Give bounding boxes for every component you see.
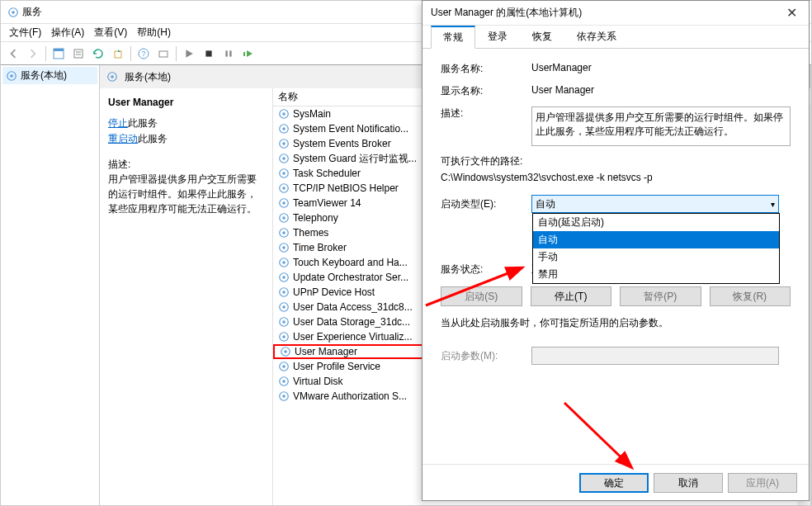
menu-help[interactable]: 帮助(H) (132, 24, 176, 41)
label-description: 描述: (441, 106, 531, 146)
start-button[interactable]: 启动(S) (441, 286, 522, 306)
svg-rect-7 (115, 51, 121, 58)
tab-logon[interactable]: 登录 (475, 26, 520, 48)
service-name: TCP/IP NetBIOS Helper (293, 182, 399, 194)
svg-point-20 (282, 112, 286, 116)
tab-general[interactable]: 常规 (431, 26, 475, 49)
gear-icon (106, 71, 118, 83)
resume-button[interactable]: 恢复(R) (710, 286, 791, 306)
menu-action[interactable]: 操作(A) (46, 24, 89, 41)
service-name: Update Orchestrator Ser... (293, 272, 408, 283)
startup-selected: 自动 (536, 197, 555, 211)
service-name: User Profile Service (293, 361, 380, 372)
properties-icon[interactable] (69, 45, 87, 63)
startup-option[interactable]: 自动(延迟启动) (533, 214, 779, 231)
svg-rect-14 (243, 52, 245, 56)
value-display-name: User Manager (531, 84, 791, 98)
svg-point-26 (282, 157, 286, 160)
center-header-text: 服务(本地) (125, 70, 171, 84)
svg-rect-3 (54, 49, 64, 51)
menu-file[interactable]: 文件(F) (4, 24, 46, 41)
svg-rect-13 (229, 50, 231, 56)
startup-hint: 当从此处启动服务时，你可指定所适用的启动参数。 (441, 316, 791, 330)
service-name: TeamViewer 14 (293, 197, 361, 209)
svg-point-36 (282, 231, 286, 234)
svg-rect-10 (159, 51, 168, 57)
tree-node-services-local[interactable]: 服务(本地) (2, 67, 97, 84)
service-name: User Data Storage_31dc... (293, 316, 410, 328)
tab-recovery[interactable]: 恢复 (520, 26, 564, 48)
service-name: User Experience Virtualiz... (293, 331, 413, 343)
apply-button[interactable]: 应用(A) (728, 473, 797, 493)
export-icon[interactable] (109, 45, 127, 63)
svg-point-48 (282, 320, 286, 324)
menu-view[interactable]: 查看(V) (89, 24, 132, 41)
svg-point-40 (282, 261, 286, 264)
refresh-icon[interactable] (89, 45, 107, 63)
startup-dropdown[interactable]: 自动(延迟启动)自动手动禁用 (532, 213, 780, 284)
forward-button[interactable] (24, 45, 42, 63)
svg-rect-11 (205, 50, 211, 56)
service-name: Task Scheduler (293, 168, 361, 179)
svg-rect-12 (225, 50, 227, 56)
svg-point-52 (284, 350, 287, 353)
pause-button[interactable]: 暂停(P) (620, 286, 701, 306)
back-button[interactable] (4, 45, 22, 63)
service-name: UPnP Device Host (293, 286, 375, 298)
value-service-name: UserManager (531, 62, 791, 76)
svg-rect-4 (74, 50, 83, 58)
svg-point-24 (282, 142, 286, 145)
service-name: Telephony (293, 212, 338, 224)
pause-icon[interactable] (220, 45, 238, 63)
start-icon[interactable] (180, 45, 198, 63)
detail-panel: User Manager 停止此服务 重启动此服务 描述: 用户管理器提供多用户… (100, 88, 273, 505)
restart-icon[interactable] (239, 45, 257, 63)
start-params-input (531, 347, 779, 365)
detail-title: User Manager (108, 97, 264, 108)
service-name: Virtual Disk (293, 376, 342, 387)
svg-point-56 (282, 380, 286, 383)
svg-point-58 (282, 395, 286, 398)
startup-option[interactable]: 手动 (533, 248, 779, 266)
window-title: 服务 (22, 5, 42, 19)
value-exe-path: C:\Windows\system32\svchost.exe -k netsv… (441, 172, 791, 183)
description-box[interactable]: 用户管理器提供多用户交互所需要的运行时组件。如果停止此服务，某些应用程序可能无法… (531, 106, 791, 146)
svg-point-32 (282, 201, 286, 205)
svg-point-16 (10, 74, 13, 78)
stop-button[interactable]: 停止(T) (531, 286, 612, 306)
service-name: SysMain (293, 108, 331, 120)
stop-icon[interactable] (200, 45, 218, 63)
ok-button[interactable]: 确定 (579, 473, 649, 493)
tab-dependencies[interactable]: 依存关系 (564, 26, 629, 48)
svg-point-42 (282, 276, 286, 279)
dialog-footer: 确定 取消 应用(A) (423, 464, 809, 500)
desc-text: 用户管理器提供多用户交互所需要的运行时组件。如果停止此服务，某些应用程序可能无法… (108, 172, 264, 216)
svg-point-54 (282, 365, 286, 368)
service-name: User Data Access_31dc8... (293, 301, 413, 313)
label-service-status: 服务状态: (441, 262, 531, 277)
service-name: System Events Broker (293, 138, 391, 149)
dialog-titlebar: User Manager 的属性(本地计算机) ✕ (423, 1, 809, 26)
tree-pane: 服务(本地) (1, 65, 100, 505)
service-name: Time Broker (293, 242, 347, 253)
properties-dialog: User Manager 的属性(本地计算机) ✕ 常规 登录 恢复 依存关系 … (422, 0, 810, 501)
gear-icon (6, 70, 17, 82)
service-name: User Manager (295, 346, 357, 357)
svg-point-34 (282, 216, 286, 220)
help-icon[interactable]: ? (135, 45, 153, 63)
cancel-button[interactable]: 取消 (654, 473, 723, 493)
close-icon[interactable]: ✕ (783, 5, 800, 21)
details-view-icon[interactable] (50, 45, 68, 63)
restart-link[interactable]: 重启动 (108, 133, 138, 144)
service-name: System Event Notificatio... (293, 123, 408, 135)
svg-point-44 (282, 291, 286, 294)
startup-type-combo[interactable]: 自动 ▾ 自动(延迟启动)自动手动禁用 (531, 195, 779, 213)
svg-point-30 (282, 187, 286, 190)
startup-option[interactable]: 自动 (533, 231, 779, 248)
label-startup-type: 启动类型(E): (441, 197, 531, 211)
stop-link[interactable]: 停止 (108, 117, 128, 129)
svg-point-28 (282, 172, 286, 175)
show-hide-icon[interactable] (154, 45, 172, 63)
startup-option[interactable]: 禁用 (533, 266, 779, 283)
gear-icon (7, 7, 19, 18)
